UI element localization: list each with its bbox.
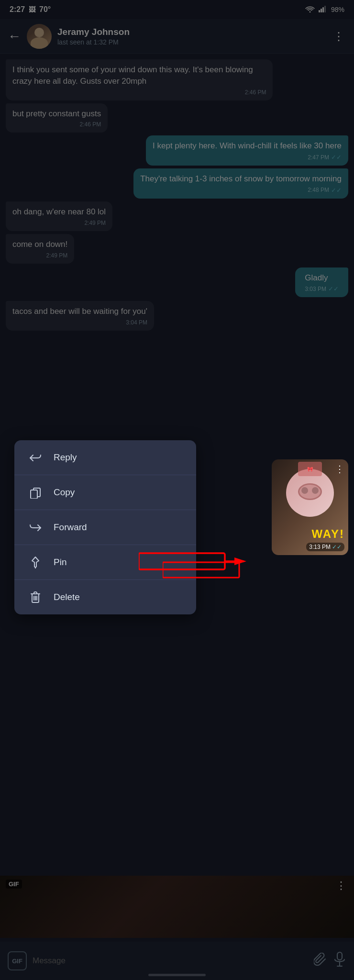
- context-menu: Reply Copy Forward Pin: [14, 440, 196, 614]
- context-menu-copy[interactable]: Copy: [14, 475, 196, 510]
- forward-icon: [28, 520, 43, 535]
- svg-rect-9: [31, 490, 37, 499]
- pin-label: Pin: [54, 557, 66, 568]
- context-menu-pin[interactable]: Pin: [14, 545, 196, 580]
- media-read-receipts: ✓✓: [332, 544, 342, 550]
- delete-label: Delete: [54, 592, 80, 602]
- pin-icon: [28, 555, 43, 570]
- media-bubble[interactable]: 🎀 ⋮ WAY! 3:13 PM ✓✓: [272, 459, 348, 555]
- context-menu-delete[interactable]: Delete: [14, 580, 196, 614]
- delete-icon: [28, 590, 43, 605]
- reply-label: Reply: [54, 452, 77, 463]
- copy-icon: [28, 485, 43, 500]
- context-menu-forward[interactable]: Forward: [14, 510, 196, 545]
- media-more-button[interactable]: ⋮: [335, 463, 344, 475]
- media-wayi-text: WAY!: [312, 527, 344, 541]
- reply-icon: [28, 450, 43, 465]
- forward-label: Forward: [54, 522, 87, 533]
- media-time: 3:13 PM ✓✓: [306, 543, 344, 551]
- copy-label: Copy: [54, 487, 75, 498]
- context-menu-reply[interactable]: Reply: [14, 440, 196, 475]
